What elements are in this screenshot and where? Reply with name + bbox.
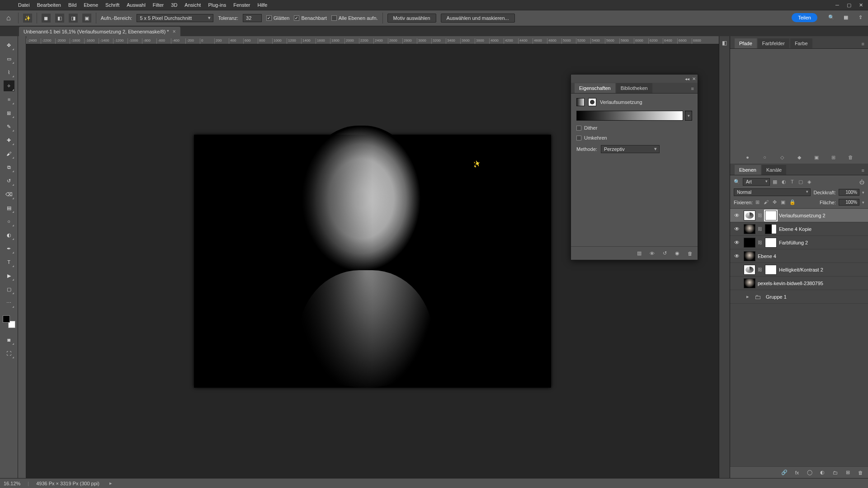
gradient-tool-icon[interactable]: ▤ — [4, 202, 14, 213]
filter-pixel-icon[interactable]: ▦ — [773, 179, 777, 185]
window-minimize[interactable]: ─ — [832, 1, 843, 9]
select-and-mask-button[interactable]: Auswählen und maskieren... — [441, 14, 515, 23]
layer-row[interactable]: 👁▸🗀Gruppe 1 — [730, 290, 868, 304]
path-fill-icon[interactable]: ● — [744, 154, 751, 161]
move-tool-icon[interactable]: ✥ — [4, 40, 14, 51]
select-subject-button[interactable]: Motiv auswählen — [387, 14, 436, 23]
layer-row[interactable]: 👁⛓Verlaufsumsetzung 2 — [730, 209, 868, 222]
menu-datei[interactable]: Datei — [14, 1, 33, 9]
path-selection-tool-icon[interactable]: ▶ — [4, 270, 14, 281]
window-maximize[interactable]: ▢ — [844, 1, 854, 9]
reverse-checkbox[interactable]: Umkehren — [576, 135, 692, 141]
new-adjustment-icon[interactable]: ◐ — [819, 469, 826, 476]
layer-row[interactable]: 👁Ebene 4 — [730, 249, 868, 263]
visibility-toggle-icon[interactable]: 👁 — [730, 253, 744, 259]
visibility-toggle-icon[interactable]: 👁 — [730, 212, 744, 219]
dither-checkbox[interactable]: Dither — [576, 125, 692, 131]
path-to-shape-icon[interactable]: ◆ — [796, 154, 803, 161]
menu-ansicht[interactable]: Ansicht — [181, 1, 204, 9]
gradient-dropdown-icon[interactable]: ▾ — [685, 111, 692, 121]
mask-thumb[interactable] — [765, 224, 777, 234]
menu-bearbeiten[interactable]: Bearbeiten — [33, 1, 65, 9]
tool-preset-icon[interactable]: ✨ — [23, 14, 32, 23]
document-tab[interactable]: Unbenannt-1 bei 16,1% (Verlaufsumsetzung… — [19, 27, 180, 37]
delete-layer-icon[interactable]: 🗑 — [857, 469, 863, 476]
link-layers-icon[interactable]: 🔗 — [781, 469, 788, 476]
layer-filter-search-icon[interactable]: 🔍 — [734, 179, 740, 185]
frame-tool-icon[interactable]: ⊞ — [4, 108, 14, 118]
layer-mask-icon[interactable]: ◯ — [807, 469, 813, 476]
filter-shape-icon[interactable]: ▢ — [798, 179, 803, 185]
layer-style-icon[interactable]: fx — [794, 469, 800, 476]
menu-bild[interactable]: Bild — [65, 1, 80, 9]
gradient-preview[interactable] — [576, 111, 683, 121]
tab-ebenen[interactable]: Ebenen — [735, 165, 761, 175]
layer-name[interactable]: Ebene 4 Kopie — [779, 226, 811, 232]
visibility-toggle-icon[interactable]: 👁 — [730, 294, 744, 300]
share-button[interactable]: Teilen — [792, 13, 817, 22]
filter-toggle-icon[interactable]: ⏻ — [859, 179, 864, 185]
layer-name[interactable]: Verlaufsumsetzung 2 — [779, 213, 826, 218]
new-layer-icon[interactable]: ⊞ — [844, 469, 851, 476]
layer-name[interactable]: pexels-kevin-bidwell-2380795 — [758, 281, 823, 286]
menu-plugins[interactable]: Plug-ins — [204, 1, 230, 9]
quickmask-icon[interactable]: ◙ — [4, 334, 14, 345]
layer-row[interactable]: 👁⛓Helligkeit/Kontrast 2 — [730, 263, 868, 277]
doc-info-chevron-icon[interactable]: ▸ — [109, 480, 112, 486]
layers-menu-icon[interactable]: ≡ — [858, 166, 868, 175]
fill-chevron-icon[interactable]: ▾ — [862, 200, 864, 205]
menu-fenster[interactable]: Fenster — [230, 1, 254, 9]
brush-tool-icon[interactable]: 🖌 — [4, 148, 14, 159]
panel-collapse-icon[interactable]: ◂◂ — [685, 76, 689, 81]
new-path-icon[interactable]: ⊞ — [830, 154, 837, 161]
opacity-input[interactable] — [839, 189, 859, 196]
mask-thumb[interactable] — [765, 238, 777, 248]
tab-farbfelder[interactable]: Farbfelder — [758, 38, 789, 48]
menu-filter[interactable]: Filter — [149, 1, 167, 9]
path-mask-icon[interactable]: ▣ — [813, 154, 820, 161]
close-tab-icon[interactable]: × — [173, 28, 176, 35]
menu-hilfe[interactable]: Hilfe — [254, 1, 271, 9]
window-close[interactable]: ✕ — [855, 1, 866, 9]
opacity-chevron-icon[interactable]: ▾ — [862, 190, 864, 195]
clip-to-layer-icon[interactable]: ▥ — [636, 250, 642, 257]
lock-position-icon[interactable]: ✥ — [773, 199, 777, 205]
menu-auswahl[interactable]: Auswahl — [123, 1, 149, 9]
mask-thumb[interactable] — [765, 265, 777, 275]
visibility-toggle-icon[interactable]: 👁 — [730, 280, 744, 286]
screenmode-icon[interactable]: ⛶ — [4, 348, 14, 359]
visibility-toggle-icon[interactable]: 👁 — [730, 267, 744, 273]
add-selection-icon[interactable]: ◧ — [55, 14, 64, 23]
panel-close-icon[interactable]: ✕ — [692, 76, 696, 81]
new-group-icon[interactable]: 🗀 — [832, 469, 838, 476]
blur-tool-icon[interactable]: ○ — [4, 216, 14, 227]
crop-tool-icon[interactable]: ⌗ — [4, 94, 14, 105]
layer-name[interactable]: Gruppe 1 — [766, 294, 787, 300]
dodge-tool-icon[interactable]: ◐ — [4, 230, 14, 240]
type-tool-icon[interactable]: T — [4, 257, 14, 267]
path-selection-icon[interactable]: ◇ — [778, 154, 786, 161]
group-chevron-icon[interactable]: ▸ — [744, 294, 752, 300]
history-brush-tool-icon[interactable]: ↺ — [4, 175, 14, 186]
properties-menu-icon[interactable]: ≡ — [688, 84, 698, 93]
shape-tool-icon[interactable]: ▢ — [4, 284, 14, 295]
lasso-tool-icon[interactable]: ⌇ — [4, 67, 14, 78]
home-icon[interactable]: ⌂ — [4, 12, 14, 24]
zoom-level[interactable]: 16.12% — [4, 481, 20, 486]
lock-artboard-icon[interactable]: ▣ — [781, 199, 785, 205]
mask-link-icon[interactable]: ⛓ — [758, 226, 763, 231]
layer-row[interactable]: 👁⛓Farbfüllung 2 — [730, 236, 868, 249]
layer-name[interactable]: Farbfüllung 2 — [779, 240, 808, 245]
eraser-tool-icon[interactable]: ⌫ — [4, 189, 14, 200]
reset-icon[interactable]: ↺ — [661, 250, 668, 257]
intersect-selection-icon[interactable]: ▣ — [82, 14, 91, 23]
search-icon[interactable]: 🔍 — [827, 13, 835, 21]
path-stroke-icon[interactable]: ○ — [761, 154, 769, 161]
layer-row[interactable]: 👁⛓Ebene 4 Kopie — [730, 222, 868, 236]
layer-row[interactable]: 👁pexels-kevin-bidwell-2380795 — [730, 277, 868, 290]
delete-adjustment-icon[interactable]: 🗑 — [687, 250, 693, 257]
collapsed-panel-icon[interactable]: ◧ — [722, 40, 727, 46]
view-previous-icon[interactable]: 👁 — [649, 250, 655, 257]
tab-bibliotheken[interactable]: Bibliotheken — [616, 83, 652, 93]
filter-adjust-icon[interactable]: ◐ — [782, 179, 786, 185]
